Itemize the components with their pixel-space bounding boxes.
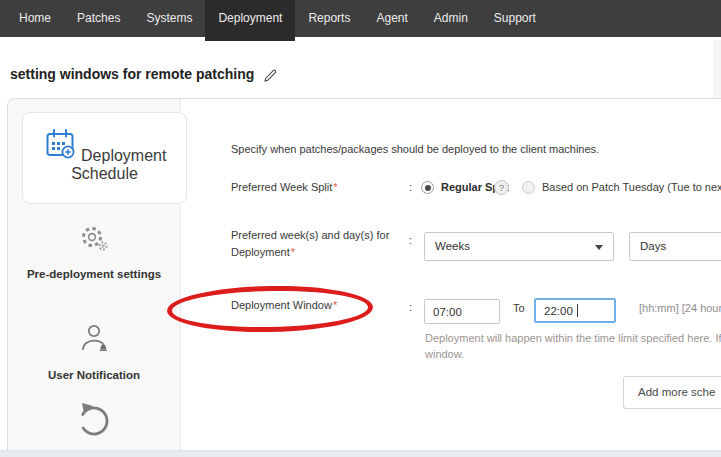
sidebar-item-pre-deployment-settings[interactable]: Pre-deployment settings [8, 224, 180, 280]
nav-item-agent[interactable]: Agent [363, 0, 420, 37]
separator-colon: : [409, 234, 412, 246]
window-end-input[interactable] [534, 298, 616, 323]
nav-item-admin[interactable]: Admin [421, 0, 481, 37]
page-title: setting windows for remote patching [10, 66, 254, 82]
to-label: To [513, 302, 525, 314]
nav-item-deployment[interactable]: Deployment [205, 0, 295, 41]
reboot-icon [74, 399, 114, 445]
text-cursor [577, 304, 578, 317]
nav-item-systems[interactable]: Systems [133, 0, 205, 37]
deployment-schedule-content: Specify when patches/packages should be … [181, 99, 721, 453]
top-navbar: Home Patches Systems Deployment Reports … [0, 0, 721, 37]
settings-panel: Pre-deployment settings User Notificatio… [7, 98, 721, 453]
intro-text: Specify when patches/packages should be … [231, 143, 599, 155]
sidebar-item-user-notification[interactable]: User Notification [8, 321, 180, 381]
sidebar-item-deployment-schedule[interactable]: Deployment Schedule [22, 112, 187, 204]
calendar-add-icon [43, 127, 77, 165]
nav-item-patches[interactable]: Patches [64, 0, 133, 37]
radio-patch-tuesday[interactable] [522, 181, 535, 194]
sidebar-item-label: Deployment Schedule [71, 147, 166, 182]
week-day-label-line2: Deployment* [231, 246, 295, 258]
week-split-label: Preferred Week Split* [231, 181, 338, 193]
nav-item-reports[interactable]: Reports [295, 0, 363, 37]
window-start-input[interactable] [424, 299, 500, 324]
nav-item-support[interactable]: Support [481, 0, 549, 37]
add-more-scheduler-button[interactable]: Add more sche [623, 376, 721, 409]
chevron-down-icon [595, 245, 603, 250]
edit-pencil-icon[interactable] [264, 68, 277, 81]
bottom-edge-strip [0, 450, 721, 457]
nav-item-home[interactable]: Home [6, 0, 64, 37]
user-bell-icon [77, 321, 111, 361]
deployment-window-label: Deployment Window* [231, 299, 337, 311]
sidebar-item-label: User Notification [8, 369, 180, 381]
gears-icon [77, 224, 111, 260]
radio-regular-split[interactable] [421, 181, 434, 194]
window-helper-line2: window. [425, 348, 464, 360]
right-edge-band [713, 40, 721, 98]
time-format-hint: [hh:mm] [24 hour format] [639, 302, 721, 314]
page-title-row: setting windows for remote patching [10, 66, 277, 82]
required-asterisk: * [333, 299, 337, 311]
sidebar-item-reboot-policy[interactable]: Reboot Policy [8, 399, 180, 453]
sidebar-item-label: Pre-deployment settings [8, 268, 180, 280]
window-helper-line1: Deployment will happen within the time l… [425, 332, 721, 344]
separator-colon: : [409, 181, 412, 193]
radio-patch-tuesday-label: Based on Patch Tuesday (Tue to next Mo [542, 181, 721, 193]
required-asterisk: * [333, 181, 337, 193]
help-icon[interactable]: ? [494, 180, 509, 195]
days-select[interactable]: Days [629, 232, 721, 261]
weeks-select-value: Weeks [435, 240, 470, 252]
weeks-select[interactable]: Weeks [424, 232, 614, 261]
week-day-label-line1: Preferred week(s) and day(s) for [231, 229, 389, 241]
days-select-value: Days [640, 240, 666, 252]
required-asterisk: * [291, 246, 295, 258]
separator-colon: : [409, 301, 412, 313]
